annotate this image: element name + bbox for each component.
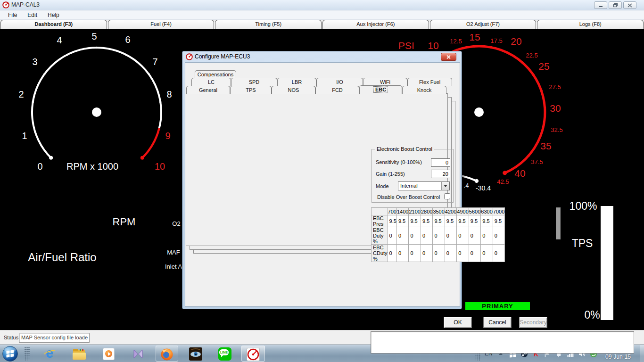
- line-app-icon[interactable]: LINE: [217, 346, 232, 362]
- ebc-cell[interactable]: 0: [481, 245, 493, 262]
- cancel-button[interactable]: Cancel: [483, 317, 512, 328]
- mode-dropdown[interactable]: Internal: [398, 181, 450, 190]
- ebc-cell[interactable]: 9.5: [493, 215, 504, 227]
- ebc-cell[interactable]: 9.5: [396, 215, 408, 227]
- ebc-cell[interactable]: 0: [457, 227, 469, 245]
- tab-timing-f5[interactable]: Timing (F5): [215, 20, 322, 29]
- file-explorer-icon[interactable]: [72, 346, 87, 362]
- ebc-cell[interactable]: 0: [469, 245, 480, 262]
- rpm-scale-0: 0: [37, 161, 42, 172]
- dialog-tab-tps[interactable]: TPS: [230, 86, 272, 94]
- inlet-gauge-needle-tip: [475, 179, 479, 183]
- dialog-tab-wifi[interactable]: WiFi: [363, 78, 407, 86]
- start-button[interactable]: [2, 346, 18, 362]
- dialog-tab-spd[interactable]: SPD: [231, 78, 277, 86]
- dialog-tab-general[interactable]: General: [186, 86, 230, 94]
- ebc-cell[interactable]: 0: [433, 227, 445, 245]
- ebc-cell[interactable]: 9.5: [469, 215, 480, 227]
- ebc-cell[interactable]: 0: [421, 227, 432, 245]
- gain-input[interactable]: [431, 170, 450, 178]
- ebc-cell[interactable]: 0: [396, 227, 408, 245]
- dialog-tab-flex-fuel[interactable]: Flex Fuel: [407, 78, 452, 86]
- configure-dialog: Configure MAP-ECU3 CompensationsLCSPDLBR…: [182, 51, 462, 309]
- ebc-cell[interactable]: 0: [409, 245, 421, 262]
- tab-logs-f8[interactable]: Logs (F8): [537, 20, 644, 29]
- ebc-cell[interactable]: 0: [469, 227, 480, 245]
- dialog-tab-knock[interactable]: Knock: [402, 86, 446, 94]
- ebc-groupbox-title: Electronic Boost Control: [375, 146, 434, 152]
- ebc-col-header: 1400: [396, 208, 408, 215]
- dialog-tab-ebc[interactable]: EBC: [359, 85, 402, 94]
- dialog-tab-i-o[interactable]: I/O: [316, 78, 363, 86]
- tab-aux-injector-f6[interactable]: Aux Injector (F6): [322, 20, 429, 29]
- ebc-col-header: 7000: [493, 208, 504, 215]
- internet-explorer-icon[interactable]: e: [42, 346, 58, 362]
- ebc-cell[interactable]: 0: [433, 245, 445, 262]
- ebc-cell[interactable]: 0: [421, 245, 432, 262]
- chevron-down-icon[interactable]: [441, 182, 449, 190]
- ebc-cell[interactable]: 9.5: [457, 215, 469, 227]
- ebc-cell[interactable]: 9.5: [388, 215, 396, 227]
- minimize-button[interactable]: [594, 1, 607, 9]
- firefox-task-button[interactable]: [156, 346, 178, 362]
- window-title: MAP-CAL3: [11, 1, 40, 8]
- ebc-table-scrollbar[interactable]: [556, 207, 561, 239]
- sensitivity-input[interactable]: [431, 158, 450, 167]
- close-button[interactable]: [623, 1, 636, 9]
- ebc-cell[interactable]: 0: [396, 245, 408, 262]
- ebc-cell[interactable]: 0: [493, 227, 504, 245]
- ebc-cell[interactable]: 9.5: [481, 215, 493, 227]
- dialog-tab-lc[interactable]: LC: [191, 78, 231, 86]
- disable-overboost-checkbox[interactable]: [444, 193, 450, 199]
- show-desktop-button[interactable]: [640, 345, 644, 362]
- ebc-cell[interactable]: 9.5: [445, 215, 456, 227]
- tab-dashboard-f3[interactable]: Dashboard (F3): [0, 20, 107, 29]
- rpm-scale-10: 10: [155, 161, 165, 172]
- dialog-tab-lbr[interactable]: LBR: [277, 78, 316, 86]
- ebc-cell[interactable]: 0: [409, 227, 421, 245]
- ebc-cell[interactable]: 0: [388, 245, 396, 262]
- psi-scale-10: 10: [428, 40, 438, 51]
- restore-button[interactable]: [609, 1, 622, 9]
- psi-scale-17-5: 17.5: [490, 37, 502, 44]
- disable-overboost-label: Disable Over Boost Control: [377, 194, 440, 200]
- menu-edit[interactable]: Edit: [22, 11, 42, 19]
- tab-fuel-f4[interactable]: Fuel (F4): [108, 20, 215, 29]
- ebc-cell[interactable]: 0: [457, 245, 469, 262]
- ebc-cell[interactable]: 9.5: [433, 215, 445, 227]
- ebc-cell[interactable]: 0: [388, 227, 396, 245]
- rpm-gauge-caption: RPM x 1000: [66, 161, 118, 172]
- rpm-gauge-ticks: [32, 47, 161, 160]
- taskbar-grip[interactable]: [25, 347, 30, 361]
- rpm-scale-4: 4: [57, 35, 62, 46]
- dialog-message-area[interactable]: [371, 331, 634, 354]
- photo-viewer-icon[interactable]: [188, 346, 203, 362]
- dialog-tab-fcd[interactable]: FCD: [315, 86, 359, 94]
- ebc-col-header: 5600: [469, 208, 480, 215]
- mapcal-task-button[interactable]: [241, 346, 265, 362]
- psi-scale-25: 25: [538, 61, 549, 72]
- ebc-cell[interactable]: 9.5: [421, 215, 432, 227]
- ebc-table-corner: [372, 208, 388, 215]
- menu-help[interactable]: Help: [42, 11, 65, 19]
- secondary-button: Secondary: [519, 317, 547, 328]
- tab-o2-adjust-f7[interactable]: O2 Adjust (F7): [430, 20, 537, 29]
- dialog-tab-compensations[interactable]: Compensations: [195, 70, 236, 78]
- psi-scale-37-5: 37.5: [531, 158, 543, 165]
- kmplayer-icon[interactable]: [131, 346, 146, 362]
- menu-file[interactable]: File: [3, 11, 22, 19]
- ebc-row-label: EBC CDuty %: [372, 245, 388, 262]
- ebc-table: 700140021002800350042004900560063007000E…: [371, 207, 505, 262]
- media-player-icon[interactable]: [101, 346, 116, 362]
- ebc-cell[interactable]: 0: [445, 245, 456, 262]
- gain-label: Gain (1-255): [376, 171, 405, 177]
- ebc-cell[interactable]: 0: [493, 245, 504, 262]
- ebc-cell[interactable]: 0: [481, 227, 493, 245]
- ok-button[interactable]: OK: [444, 317, 472, 328]
- psi-gauge-caption: PSI: [398, 40, 414, 51]
- mode-label: Mode: [376, 183, 389, 189]
- dialog-tab-nos[interactable]: NOS: [272, 86, 315, 94]
- ebc-cell[interactable]: 9.5: [409, 215, 421, 227]
- rpm-scale-5: 5: [91, 31, 97, 42]
- ebc-cell[interactable]: 0: [445, 227, 456, 245]
